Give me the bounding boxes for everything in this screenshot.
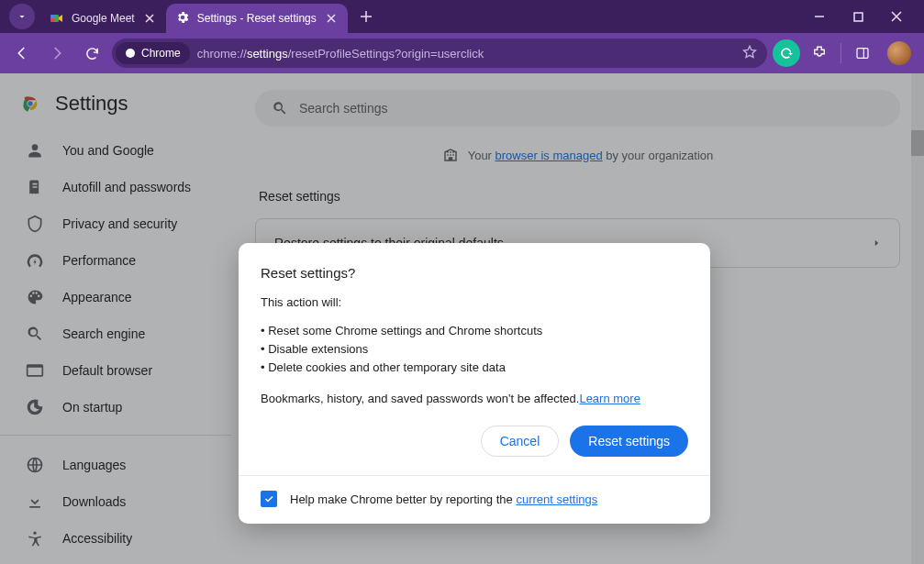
cancel-button[interactable]: Cancel bbox=[481, 426, 560, 457]
learn-more-link[interactable]: Learn more bbox=[579, 392, 640, 405]
close-icon[interactable] bbox=[142, 11, 157, 26]
reset-settings-dialog: Reset settings? This action will: Reset … bbox=[239, 243, 710, 524]
dialog-bullet: Delete cookies and other temporary site … bbox=[261, 359, 688, 377]
extensions-button[interactable] bbox=[806, 39, 833, 67]
dialog-footer-text: Help make Chrome better by reporting the bbox=[290, 492, 516, 506]
google-meet-icon bbox=[50, 11, 64, 26]
close-window-button[interactable] bbox=[885, 6, 907, 28]
report-settings-checkbox[interactable] bbox=[261, 491, 277, 507]
svg-rect-3 bbox=[854, 13, 863, 21]
dialog-note: Bookmarks, history, and saved passwords … bbox=[261, 392, 688, 405]
chrome-origin-chip: Chrome bbox=[116, 42, 190, 64]
svg-rect-1 bbox=[50, 15, 54, 18]
dialog-bullet: Disable extensions bbox=[261, 340, 688, 359]
profile-switcher-button[interactable] bbox=[9, 4, 35, 29]
extension-grammarly-icon[interactable] bbox=[773, 39, 800, 67]
maximize-button[interactable] bbox=[847, 6, 869, 28]
tab-title: Google Meet bbox=[72, 12, 135, 25]
back-button[interactable] bbox=[7, 39, 37, 68]
tab-settings[interactable]: Settings - Reset settings bbox=[166, 4, 348, 33]
dialog-title: Reset settings? bbox=[261, 265, 688, 281]
svg-point-4 bbox=[126, 49, 135, 58]
forward-button[interactable] bbox=[42, 39, 72, 68]
dialog-bullet: Reset some Chrome settings and Chrome sh… bbox=[261, 322, 688, 340]
new-tab-button[interactable] bbox=[353, 4, 379, 29]
browser-toolbar: Chrome chrome://settings/resetProfileSet… bbox=[0, 33, 924, 73]
bookmark-star-icon[interactable] bbox=[741, 44, 758, 63]
reset-settings-button[interactable]: Reset settings bbox=[570, 426, 688, 457]
url-text: chrome://settings/resetProfileSettings?o… bbox=[197, 47, 484, 61]
close-icon[interactable] bbox=[324, 11, 339, 26]
dialog-lead: This action will: bbox=[261, 295, 688, 309]
profile-avatar[interactable] bbox=[887, 41, 911, 65]
toolbar-divider bbox=[841, 43, 841, 63]
dialog-footer: Help make Chrome better by reporting the… bbox=[239, 475, 710, 524]
tab-title: Settings - Reset settings bbox=[197, 12, 317, 25]
gear-icon bbox=[175, 10, 190, 28]
minimize-button[interactable] bbox=[808, 6, 830, 28]
current-settings-link[interactable]: current settings bbox=[516, 492, 597, 506]
svg-rect-2 bbox=[50, 18, 54, 22]
address-bar[interactable]: Chrome chrome://settings/resetProfileSet… bbox=[112, 39, 767, 68]
window-titlebar: Google Meet Settings - Reset settings bbox=[0, 0, 924, 33]
tab-google-meet[interactable]: Google Meet bbox=[40, 4, 166, 33]
dialog-bullets: Reset some Chrome settings and Chrome sh… bbox=[261, 322, 688, 377]
reload-button[interactable] bbox=[77, 39, 106, 68]
side-panel-button[interactable] bbox=[849, 39, 876, 67]
svg-rect-5 bbox=[857, 49, 868, 59]
